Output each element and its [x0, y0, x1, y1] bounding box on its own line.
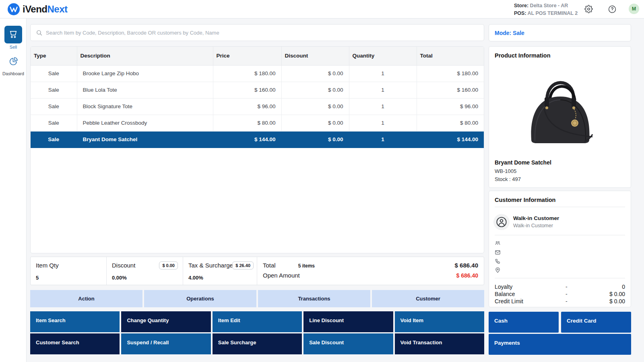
sidebar: Sell Dashboard: [0, 19, 27, 362]
brand-logo: iVendNext: [8, 3, 68, 15]
store-value: Delta Store - AR: [530, 3, 568, 8]
table-row[interactable]: Sale Blue Lola Tote $ 160.00 $ 0.00 1 $ …: [31, 82, 484, 98]
credit-limit-row: Credit Limit - $ 0.00: [495, 298, 625, 305]
void-transaction-button[interactable]: Void Transaction: [395, 333, 484, 354]
col-header-description: Description: [77, 47, 213, 65]
tax-percent: 4.00%: [188, 275, 203, 281]
tab-operations[interactable]: Operations: [144, 290, 256, 307]
mode-label: Mode: Sale: [495, 30, 524, 36]
item-qty-value: 5: [36, 275, 39, 281]
credit-card-button[interactable]: Credit Card: [561, 312, 631, 333]
product-information-card: Product Information Bryant Dome Satchel …: [489, 46, 631, 188]
group-icon: [495, 240, 501, 248]
suspend-recall-button[interactable]: Suspend / Recall: [121, 333, 211, 354]
cart-items-table: Type Description Price Discount Quantity…: [30, 46, 484, 253]
discount-percent: 0.00%: [112, 275, 127, 281]
cart-icon: [8, 29, 19, 40]
customer-subtitle: Walk-in Customer: [513, 223, 553, 228]
sidebar-item-sell-label: Sell: [0, 45, 27, 49]
totals-summary-bar: Item Qty 5 Discount $ 0.00 0.00% Tax & S…: [30, 257, 484, 285]
balance-label: Balance: [495, 291, 515, 297]
col-header-quantity: Quantity: [349, 47, 417, 65]
loyalty-label: Loyalty: [495, 284, 512, 290]
customer-search-button[interactable]: Customer Search: [30, 333, 120, 354]
summary-tax: Tax & Surcharge $ 26.40 4.00%: [183, 257, 257, 285]
search-placeholder: Search Item by Code, Description, Barcod…: [46, 30, 219, 36]
store-label: Store:: [514, 3, 528, 8]
user-avatar[interactable]: M: [629, 4, 639, 14]
action-buttons-grid: Item Search Change Quantity Item Edit Li…: [30, 311, 484, 354]
table-row[interactable]: Sale Brooke Large Zip Hobo $ 180.00 $ 0.…: [31, 65, 484, 82]
col-header-discount: Discount: [281, 47, 349, 65]
help-icon[interactable]: [608, 5, 617, 15]
open-amount-label: Open Amount: [263, 272, 300, 279]
tab-customer[interactable]: Customer: [372, 290, 484, 307]
void-item-button[interactable]: Void Item: [395, 311, 484, 332]
col-header-price: Price: [213, 47, 281, 65]
balance-row: Balance - $ 0.00: [495, 291, 625, 298]
total-value: $ 686.40: [455, 262, 478, 269]
discount-amount-badge: $ 0.00: [159, 261, 178, 269]
loyalty-row: Loyalty - 0: [495, 284, 625, 291]
sale-discount-button[interactable]: Sale Discount: [303, 333, 393, 354]
item-qty-label: Item Qty: [36, 262, 59, 269]
pos-value: AL POS TERMINAL 2: [528, 10, 578, 16]
credit-limit-value: $ 0.00: [609, 298, 625, 304]
item-search-button[interactable]: Item Search: [30, 311, 120, 332]
change-quantity-button[interactable]: Change Quantity: [121, 311, 211, 332]
customer-name: Walk-in Customer: [513, 215, 559, 221]
mode-indicator: Mode: Sale: [489, 24, 631, 41]
pos-label: POS:: [514, 10, 526, 16]
mail-icon: [495, 249, 501, 257]
total-items-count: 5 items: [298, 263, 315, 269]
tax-amount-badge: $ 26.40: [232, 261, 254, 269]
table-header-row: Type Description Price Discount Quantity…: [31, 47, 484, 65]
product-info-title: Product Information: [495, 52, 551, 59]
product-image: [524, 73, 597, 146]
loyalty-value: 0: [622, 284, 625, 290]
line-discount-button[interactable]: Line Discount: [303, 311, 393, 332]
product-stock: Stock : 497: [495, 176, 521, 182]
settings-gear-icon[interactable]: [584, 5, 593, 15]
tab-action[interactable]: Action: [30, 290, 142, 307]
table-row-selected[interactable]: Sale Bryant Dome Satchel $ 144.00 $ 0.00…: [31, 131, 484, 148]
table-row[interactable]: Sale Pebble Leather Crossbody $ 80.00 $ …: [31, 115, 484, 131]
credit-limit-label: Credit Limit: [495, 298, 523, 304]
summary-item-qty: Item Qty 5: [31, 257, 107, 285]
item-edit-button[interactable]: Item Edit: [213, 311, 302, 332]
phone-icon: [495, 258, 501, 266]
brand-name: iVendNext: [23, 4, 68, 15]
tax-label: Tax & Surcharge: [188, 262, 233, 269]
balance-value: $ 0.00: [609, 291, 625, 297]
total-label: Total: [263, 262, 276, 269]
open-amount-value: $ 686.40: [456, 272, 479, 279]
customer-avatar-icon: [493, 214, 510, 230]
table-row[interactable]: Sale Block Signature Tote $ 96.00 $ 0.00…: [31, 98, 484, 115]
customer-information-card: Customer Information Walk-in Customer Wa…: [489, 191, 631, 307]
app-header: iVendNext Store: Delta Store - AR POS: A…: [0, 0, 644, 19]
discount-label: Discount: [112, 262, 135, 269]
col-header-total: Total: [417, 47, 484, 65]
sidebar-item-dashboard-label[interactable]: Dashboard: [0, 71, 27, 76]
payments-button[interactable]: Payments: [489, 334, 631, 355]
col-header-type: Type: [31, 47, 77, 65]
search-icon: [36, 29, 43, 36]
sale-surcharge-button[interactable]: Sale Surcharge: [213, 333, 302, 354]
sidebar-item-sell[interactable]: [4, 26, 22, 43]
location-icon: [495, 267, 501, 275]
cash-button[interactable]: Cash: [489, 312, 559, 333]
item-search-bar[interactable]: Search Item by Code, Description, Barcod…: [30, 24, 484, 41]
summary-total: Total 5 items $ 686.40 Open Amount $ 686…: [257, 257, 484, 285]
product-name: Bryant Dome Satchel: [495, 159, 551, 166]
brand-logo-icon: [8, 3, 20, 15]
tab-transactions[interactable]: Transactions: [258, 290, 370, 307]
product-code: WB-1005: [495, 168, 516, 174]
customer-info-title: Customer Information: [495, 197, 555, 203]
summary-discount: Discount $ 0.00 0.00%: [107, 257, 183, 285]
store-pos-info: Store: Delta Store - AR POS: AL POS TERM…: [514, 2, 578, 17]
pie-chart-icon[interactable]: [8, 56, 19, 68]
action-tabs: Action Operations Transactions Customer: [30, 290, 484, 307]
